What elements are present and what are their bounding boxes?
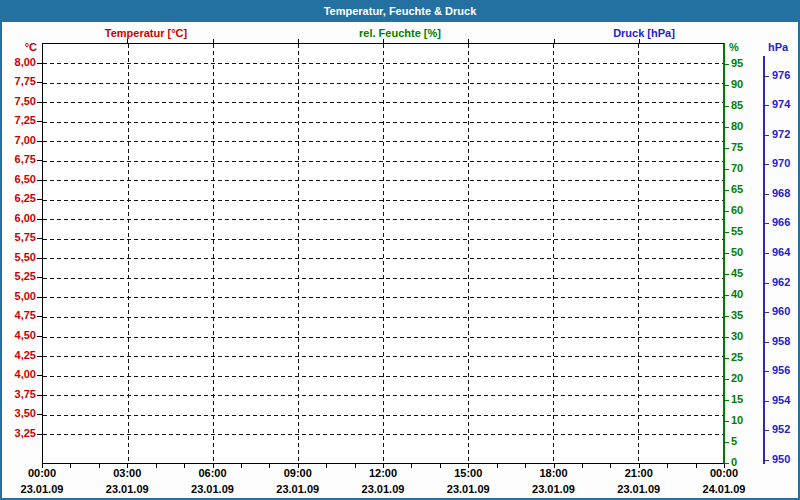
pressure-axis-tick-label: 950 — [772, 453, 790, 466]
x-axis-date-label: 23.01.09 — [607, 483, 671, 495]
x-axis-date-label: 23.01.09 — [266, 483, 330, 495]
pressure-axis-tick-mark — [763, 401, 769, 402]
humidity-axis-tick-label: 85 — [731, 99, 743, 112]
x-axis-top-tick-mark — [468, 39, 469, 43]
x-axis-date-label: 23.01.09 — [95, 483, 159, 495]
legend-temperature: Temperatur [°C] — [105, 27, 187, 39]
humidity-axis-tick-mark — [724, 358, 729, 359]
temp-axis-tick-label: 4,25 — [2, 349, 36, 362]
pressure-axis-tick-label: 976 — [772, 69, 790, 82]
x-axis-hour-tick-mark — [383, 464, 384, 468]
temp-axis-tick-label: 4,75 — [2, 309, 36, 322]
pressure-axis-tick-mark — [763, 371, 769, 372]
humidity-axis-tick-label: 35 — [731, 309, 743, 322]
x-axis-hour-tick-mark — [184, 464, 185, 468]
x-axis-time-label: 00:00 — [10, 467, 74, 479]
pressure-axis-tick-mark — [763, 164, 769, 165]
temp-axis-tick-mark — [37, 180, 42, 181]
humidity-axis-unit-label: % — [729, 41, 739, 53]
temp-axis-unit-label: °C — [4, 41, 37, 53]
pressure-axis-tick-mark — [763, 430, 769, 431]
temp-axis-tick-mark — [37, 63, 42, 64]
x-axis-date-label: 23.01.09 — [522, 483, 586, 495]
x-axis-top-tick-mark — [383, 39, 384, 43]
v-gridline — [213, 44, 214, 463]
pressure-axis-tick-label: 958 — [772, 335, 790, 348]
temp-axis-tick-mark — [37, 277, 42, 278]
humidity-axis-tick-mark — [724, 442, 729, 443]
temp-axis-tick-label: 7,50 — [2, 95, 36, 108]
temp-axis-tick-label: 5,00 — [2, 290, 36, 303]
temp-axis-tick-mark — [37, 141, 42, 142]
humidity-axis-tick-mark — [724, 64, 729, 65]
x-axis-hour-tick-mark — [582, 464, 583, 468]
humidity-axis-tick-mark — [724, 400, 729, 401]
temp-axis-tick-label: 5,50 — [2, 251, 36, 264]
humidity-axis-tick-label: 30 — [731, 330, 743, 343]
temp-axis-tick-label: 7,25 — [2, 114, 36, 127]
humidity-axis-tick-mark — [724, 169, 729, 170]
humidity-axis-tick-mark — [724, 421, 729, 422]
x-axis-hour-tick-mark — [127, 464, 128, 468]
chart-plot-area — [42, 43, 725, 464]
x-axis-hour-tick-mark — [269, 464, 270, 468]
x-axis-hour-tick-mark — [241, 464, 242, 468]
pressure-axis-tick-label: 974 — [772, 98, 790, 111]
x-axis-time-label: 00:00 — [692, 467, 756, 479]
humidity-axis-tick-mark — [724, 232, 729, 233]
x-axis-hour-tick-mark — [42, 464, 43, 468]
pressure-axis-tick-label: 960 — [772, 305, 790, 318]
pressure-axis-tick-label: 954 — [772, 394, 790, 407]
temp-axis-tick-label: 4,50 — [2, 329, 36, 342]
humidity-axis-tick-label: 95 — [731, 57, 743, 70]
humidity-axis-tick-label: 50 — [731, 246, 743, 259]
humidity-axis-tick-label: 55 — [731, 225, 743, 238]
humidity-axis-tick-label: 10 — [731, 414, 743, 427]
pressure-axis-tick-mark — [763, 135, 769, 136]
temp-axis-tick-mark — [37, 414, 42, 415]
humidity-axis-tick-mark — [724, 106, 729, 107]
temp-axis-tick-label: 7,00 — [2, 134, 36, 147]
pressure-axis-tick-mark — [763, 312, 769, 313]
x-axis-hour-tick-mark — [298, 464, 299, 468]
humidity-axis-tick-mark — [724, 253, 729, 254]
pressure-axis-tick-label: 952 — [772, 423, 790, 436]
x-axis-top-tick-mark — [554, 39, 555, 43]
x-axis-hour-tick-mark — [355, 464, 356, 468]
humidity-axis-tick-mark — [724, 337, 729, 338]
humidity-axis-tick-label: 45 — [731, 267, 743, 280]
x-axis-time-label: 06:00 — [181, 467, 245, 479]
temp-axis-tick-label: 3,25 — [2, 427, 36, 440]
temp-axis-tick-mark — [37, 121, 42, 122]
temp-axis-tick-mark — [37, 375, 42, 376]
temp-axis-tick-mark — [37, 316, 42, 317]
temp-axis-tick-mark — [37, 102, 42, 103]
x-axis-time-label: 09:00 — [266, 467, 330, 479]
pressure-axis-tick-mark — [763, 342, 769, 343]
temp-axis-tick-mark — [37, 434, 42, 435]
temp-axis-tick-label: 4,00 — [2, 368, 36, 381]
pressure-axis-tick-mark — [763, 223, 769, 224]
humidity-axis-tick-label: 75 — [731, 141, 743, 154]
pressure-axis-tick-label: 972 — [772, 128, 790, 141]
x-axis-time-label: 18:00 — [522, 467, 586, 479]
temp-axis-tick-mark — [37, 82, 42, 83]
pressure-axis-unit-label: hPa — [768, 41, 788, 53]
humidity-axis-tick-label: 60 — [731, 204, 743, 217]
humidity-axis-tick-label: 20 — [731, 372, 743, 385]
humidity-axis-tick-label: 25 — [731, 351, 743, 364]
humidity-axis-tick-label: 65 — [731, 183, 743, 196]
pressure-axis-line — [763, 56, 765, 464]
pressure-axis-tick-mark — [763, 194, 769, 195]
x-axis-top-tick-mark — [639, 39, 640, 43]
x-axis-hour-tick-mark — [326, 464, 327, 468]
x-axis-hour-tick-mark — [440, 464, 441, 468]
temp-axis-tick-mark — [37, 356, 42, 357]
pressure-axis-tick-label: 964 — [772, 246, 790, 259]
pressure-axis-tick-label: 968 — [772, 187, 790, 200]
temp-axis-tick-mark — [37, 160, 42, 161]
temp-axis-tick-mark — [37, 219, 42, 220]
v-gridline — [468, 44, 469, 463]
pressure-axis-tick-mark — [763, 460, 769, 461]
temp-axis-tick-label: 5,75 — [2, 231, 36, 244]
